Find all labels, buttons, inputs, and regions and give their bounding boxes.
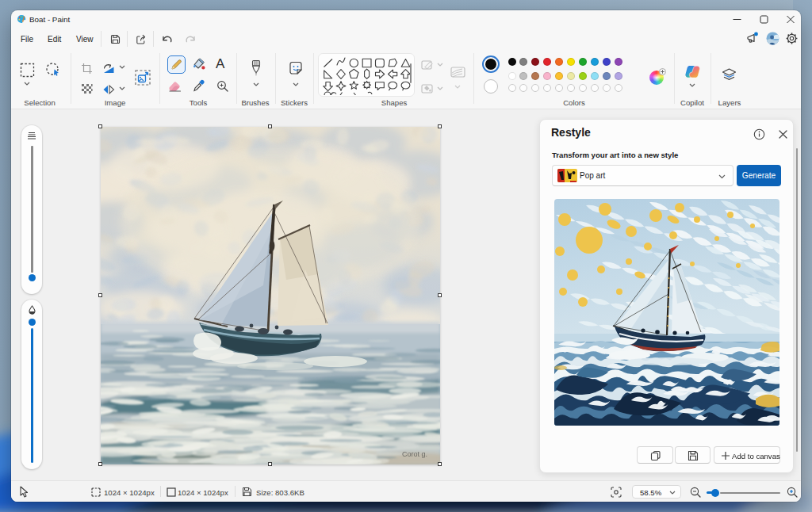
svg-text:Corot g.: Corot g. [402, 450, 427, 458]
